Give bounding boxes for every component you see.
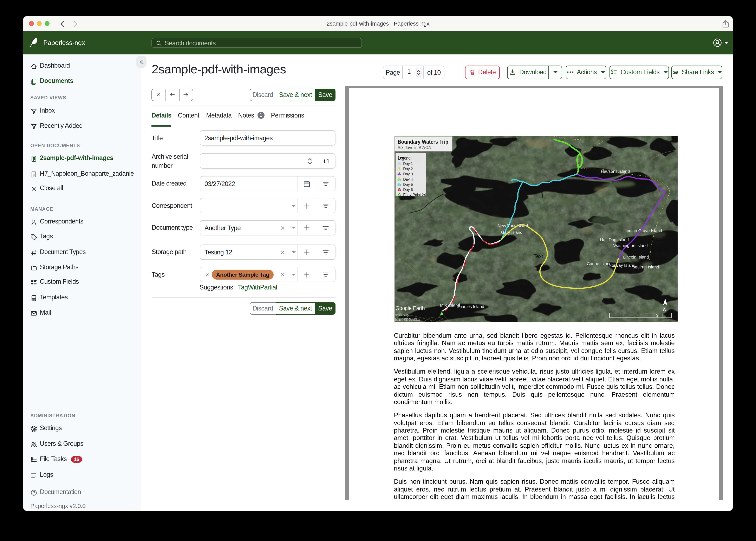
- svg-text:Google Earth: Google Earth: [395, 305, 425, 311]
- svg-text:Norway Island: Norway Island: [608, 263, 635, 268]
- svg-text:Day 1: Day 1: [403, 162, 413, 166]
- svg-text:Entry Point 24: Entry Point 24: [403, 193, 426, 197]
- svg-text:© 2017 Google: © 2017 Google: [395, 313, 409, 317]
- svg-text:3 mi: 3 mi: [656, 313, 663, 317]
- svg-text:N: N: [662, 306, 667, 312]
- svg-text:Canoe Island: Canoe Island: [587, 262, 611, 266]
- svg-text:Text: Text: [533, 254, 543, 259]
- svg-text:Lincoln Island: Lincoln Island: [623, 255, 649, 260]
- svg-text:Squirrel Island: Squirrel Island: [632, 265, 659, 269]
- svg-text:Day 5: Day 5: [403, 182, 413, 187]
- svg-text:New York Island: New York Island: [497, 224, 528, 228]
- svg-text:Hausons Island: Hausons Island: [601, 169, 630, 174]
- svg-text:Half Dog Island: Half Dog Island: [600, 238, 628, 242]
- svg-text:Charlies Island: Charlies Island: [456, 304, 484, 309]
- svg-text:Indian Grave Island: Indian Grave Island: [625, 229, 662, 233]
- svg-text:Image © 2017 DigitalGlobe: Image © 2017 DigitalGlobe: [395, 318, 420, 321]
- svg-text:Day 4: Day 4: [403, 177, 413, 182]
- svg-text:Gary Island: Gary Island: [501, 230, 522, 235]
- svg-text:Day 3: Day 3: [403, 172, 413, 176]
- svg-text:Legend: Legend: [398, 155, 410, 161]
- svg-text:Washington Island: Washington Island: [613, 243, 647, 248]
- svg-text:Day 6: Day 6: [403, 188, 413, 192]
- svg-text:Day 2: Day 2: [403, 167, 413, 171]
- svg-text:Six days in BWCA: Six days in BWCA: [397, 145, 431, 150]
- svg-text:Boundary Waters Trip: Boundary Waters Trip: [397, 139, 448, 145]
